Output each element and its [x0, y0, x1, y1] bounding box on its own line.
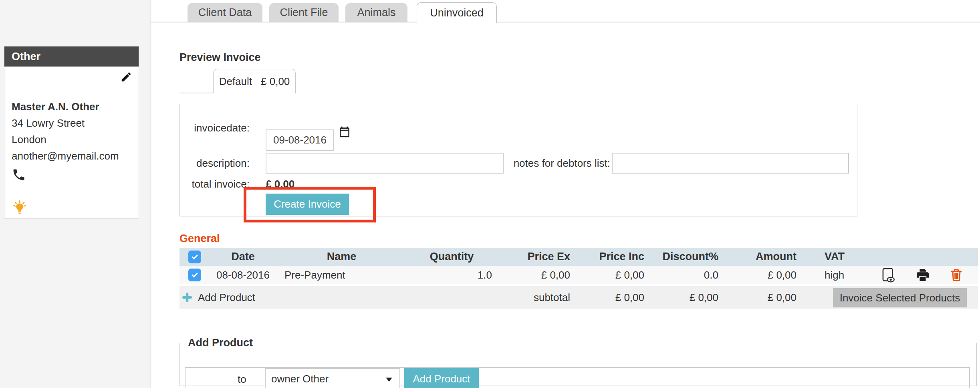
product-row: 08-08-2016 Pre-Payment 1.0 £ 0,00 £ 0,00… — [179, 266, 978, 284]
cell-date: 08-08-2016 — [210, 269, 276, 281]
notes-for-debtors-input[interactable] — [612, 153, 849, 174]
subtotal-discount: £ 0,00 — [649, 291, 723, 304]
uninvoiced-products-table: Date Name Quantity Price Ex Price Inc Di… — [179, 248, 978, 309]
client-card-title: Other — [4, 46, 139, 67]
subtotal-price-inc: £ 0,00 — [575, 291, 649, 304]
add-product-link-label: Add Product — [198, 291, 255, 304]
col-header-amount: Amount — [723, 251, 801, 263]
calendar-icon[interactable] — [338, 125, 351, 139]
tips-lightbulb-icon[interactable] — [12, 200, 28, 216]
checkmark-icon — [190, 253, 199, 261]
general-section-heading: General — [179, 232, 220, 245]
preview-invoice-icon[interactable] — [880, 267, 896, 283]
invoicedate-input[interactable] — [266, 129, 334, 151]
preview-invoice-heading: Preview Invoice — [179, 51, 261, 64]
col-header-date: Date — [210, 251, 276, 263]
cell-discount: 0.0 — [649, 269, 723, 281]
subtotal-label: subtotal — [497, 291, 575, 304]
client-card-toolbar — [4, 67, 139, 88]
to-label: to — [238, 373, 246, 386]
checkmark-icon — [190, 271, 199, 279]
total-invoice-label: total invoice: — [129, 178, 250, 190]
tab-client-file[interactable]: Client File — [269, 3, 339, 22]
total-invoice-value: £ 0,00 — [266, 178, 294, 190]
edit-pencil-icon[interactable] — [120, 71, 132, 83]
description-label: description: — [129, 157, 250, 170]
col-header-discount: Discount% — [649, 251, 723, 263]
owner-select-value: owner Other — [271, 373, 329, 385]
tabbar-divider — [151, 22, 980, 22]
phone-icon[interactable] — [12, 168, 26, 182]
add-product-link[interactable]: Add Product — [179, 291, 407, 304]
col-header-price-ex: Price Ex — [497, 251, 575, 263]
delete-icon[interactable] — [949, 267, 964, 283]
dropdown-arrow-icon — [386, 378, 392, 382]
table-header-row: Date Name Quantity Price Ex Price Inc Di… — [179, 248, 978, 266]
client-info: Master A.N. Other 34 Lowry Street London… — [4, 88, 139, 221]
cell-price-inc: £ 0,00 — [575, 269, 649, 281]
client-email: another@myemail.com — [12, 148, 131, 164]
create-invoice-button[interactable]: Create Invoice — [266, 194, 349, 215]
add-product-form: to owner Other Add Product — [185, 367, 970, 388]
add-product-fieldset: Add Product to owner Other Add Product — [179, 337, 977, 386]
select-all-checkbox[interactable] — [188, 251, 201, 263]
add-plus-icon — [181, 291, 193, 303]
print-icon[interactable] — [915, 267, 931, 283]
cell-price-ex: £ 0,00 — [497, 269, 575, 281]
invoice-tab-underline — [179, 93, 214, 93]
client-city: London — [12, 131, 131, 148]
tab-default-invoice[interactable]: Default £ 0,00 — [213, 69, 296, 93]
add-product-button[interactable]: Add Product — [404, 368, 479, 388]
invoice-selected-products-button[interactable]: Invoice Selected Products — [833, 288, 967, 307]
invoice-tab-name: Default — [219, 75, 252, 88]
app-screen: Client Data Client File Animals Uninvoic… — [0, 0, 980, 388]
client-address: 34 Lowry Street — [12, 115, 131, 131]
cell-quantity: 1.0 — [407, 269, 497, 281]
invoice-form-panel: invoicedate: description: notes for debt… — [179, 104, 857, 216]
cell-name: Pre-Payment — [276, 269, 407, 281]
col-header-quantity: Quantity — [407, 251, 497, 263]
cell-amount: £ 0,00 — [723, 269, 801, 281]
col-header-vat: VAT — [801, 251, 865, 263]
description-input[interactable] — [266, 153, 504, 174]
cell-vat: high — [801, 269, 865, 281]
col-header-price-inc: Price Inc — [575, 251, 649, 263]
table-footer-row: Add Product subtotal £ 0,00 £ 0,00 £ 0,0… — [179, 286, 978, 309]
subtotal-amount: £ 0,00 — [723, 291, 801, 304]
invoicedate-label: invoicedate: — [129, 122, 250, 134]
add-product-legend: Add Product — [185, 337, 256, 349]
client-card: Other Master A.N. Other 34 Lowry Street … — [4, 46, 139, 218]
row-checkbox[interactable] — [188, 269, 201, 281]
tab-client-data[interactable]: Client Data — [188, 3, 262, 22]
notes-for-debtors-label: notes for debtors list: — [507, 157, 610, 170]
tab-animals[interactable]: Animals — [345, 3, 407, 22]
tab-uninvoiced[interactable]: Uninvoiced — [417, 2, 497, 23]
owner-select[interactable]: owner Other — [265, 368, 400, 388]
client-name: Master A.N. Other — [12, 99, 131, 115]
invoice-tab-amount: £ 0,00 — [261, 75, 290, 88]
col-header-name: Name — [276, 251, 407, 263]
row-actions — [865, 267, 978, 283]
